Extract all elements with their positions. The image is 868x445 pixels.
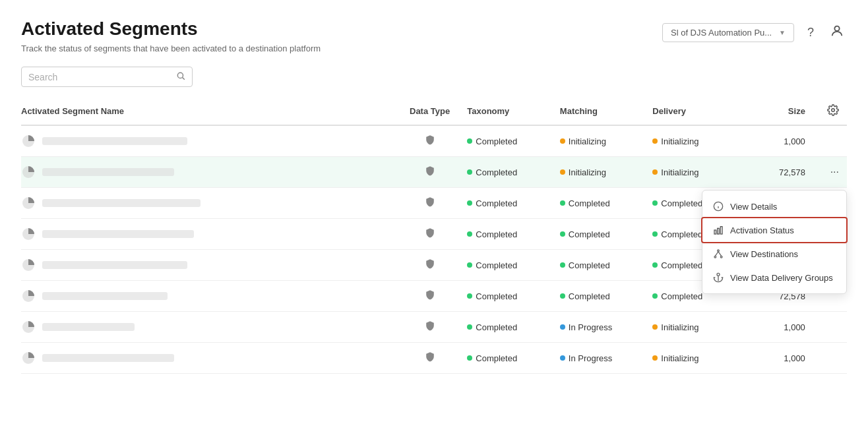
help-icon: ?	[807, 26, 814, 39]
menu-item-view-destinations[interactable]: View Destinations	[702, 242, 846, 266]
menu-item-view-details[interactable]: View Details	[702, 194, 846, 218]
segment-name-blurred	[42, 137, 187, 145]
help-button[interactable]: ?	[805, 23, 817, 42]
taxonomy-status: Completed	[467, 322, 544, 332]
shield-icon	[425, 134, 435, 146]
table-row[interactable]: Completed Initializing Initializing 1,00…	[21, 125, 847, 157]
table-row[interactable]: Completed In Progress Initializing 1,000	[21, 343, 847, 374]
col-header-name: Activated Segment Name	[21, 98, 400, 125]
workspace-dropdown[interactable]: Sl of DJS Automation Pu... ▼	[662, 23, 794, 42]
status-dot	[652, 231, 658, 237]
status-dot	[467, 200, 472, 206]
info-icon	[713, 201, 724, 212]
status-dot	[560, 231, 565, 237]
taxonomy-status: Completed	[467, 260, 544, 270]
segment-name-blurred	[42, 261, 187, 269]
segment-name-blurred	[42, 323, 135, 331]
shield-icon	[425, 351, 435, 363]
status-dot	[652, 293, 658, 299]
table-container: Activated Segment Name Data Type Taxonom…	[0, 98, 868, 374]
destinations-icon	[713, 249, 724, 259]
shield-icon	[425, 320, 435, 332]
context-menu: View Details Activation Status View Dest…	[702, 190, 847, 294]
col-header-datatype: Data Type	[400, 98, 459, 125]
table-row[interactable]: Completed Initializing Initializing 72,5…	[21, 157, 847, 188]
menu-item-view-data-delivery[interactable]: View Data Delivery Groups	[702, 266, 846, 289]
search-input[interactable]	[28, 72, 171, 82]
segment-name-blurred	[42, 199, 201, 207]
delivery-status: Initializing	[652, 322, 729, 332]
user-profile-button[interactable]	[827, 21, 847, 44]
segment-icon	[21, 258, 36, 272]
page-title: Activated Segments	[21, 18, 321, 40]
page-title-area: Activated Segments Track the status of s…	[21, 18, 321, 53]
row-actions-cell[interactable]: ···	[813, 157, 847, 188]
menu-item-activation-status[interactable]: Activation Status	[702, 218, 846, 242]
segment-icon	[21, 320, 36, 334]
segment-name-blurred	[42, 354, 174, 362]
search-box[interactable]	[21, 67, 193, 87]
svg-rect-17	[720, 227, 722, 234]
status-dot	[560, 169, 565, 175]
table-row[interactable]: Completed In Progress Initializing 1,000	[21, 312, 847, 343]
more-options-icon[interactable]: ···	[830, 166, 839, 177]
status-dot	[652, 200, 658, 206]
header-controls: Sl of DJS Automation Pu... ▼ ?	[662, 21, 847, 44]
size-cell: 1,000	[737, 312, 813, 343]
menu-item-label: View Destinations	[730, 249, 798, 259]
matching-status: Initializing	[560, 167, 637, 177]
svg-point-0	[834, 26, 839, 31]
shield-icon	[425, 289, 435, 301]
segment-icon	[21, 289, 36, 303]
matching-status: Completed	[560, 229, 637, 239]
size-cell: 72,578	[737, 157, 813, 188]
status-dot	[467, 324, 472, 330]
delivery-status: Initializing	[652, 167, 729, 177]
status-dot	[560, 262, 565, 268]
col-header-matching: Matching	[552, 98, 645, 125]
segment-icon	[21, 351, 36, 365]
status-dot	[467, 262, 472, 268]
col-header-taxonomy: Taxonomy	[459, 98, 552, 125]
status-dot	[467, 169, 472, 175]
status-dot	[467, 231, 472, 237]
svg-point-20	[720, 256, 722, 258]
status-dot	[652, 169, 658, 175]
status-dot	[560, 293, 565, 299]
shield-icon	[425, 196, 435, 208]
matching-status: Initializing	[560, 136, 637, 146]
status-dot	[560, 355, 565, 361]
svg-rect-16	[718, 228, 720, 234]
menu-item-label: Activation Status	[730, 225, 794, 235]
data-type-cell	[400, 219, 459, 250]
shield-icon	[425, 165, 435, 177]
matching-status: In Progress	[560, 353, 637, 363]
svg-point-3	[832, 109, 835, 112]
status-dot	[467, 355, 472, 361]
chevron-down-icon: ▼	[779, 29, 786, 36]
anchor-icon	[713, 272, 724, 283]
segment-name-cell	[21, 258, 392, 272]
status-dot	[560, 200, 565, 206]
segment-name-cell	[21, 134, 392, 148]
col-header-settings[interactable]	[813, 98, 847, 125]
svg-line-21	[715, 252, 718, 256]
size-cell: 1,000	[737, 125, 813, 157]
taxonomy-status: Completed	[467, 136, 544, 146]
matching-status: Completed	[560, 291, 637, 301]
data-type-cell	[400, 157, 459, 188]
segment-name-blurred	[42, 168, 174, 176]
row-actions-cell	[813, 125, 847, 157]
segment-name-cell	[21, 289, 392, 303]
segment-name-cell	[21, 196, 392, 210]
segment-icon	[21, 134, 36, 148]
status-dot	[560, 138, 565, 144]
shield-icon	[425, 227, 435, 239]
data-type-cell	[400, 343, 459, 374]
row-actions-cell	[813, 312, 847, 343]
segment-name-cell	[21, 351, 392, 365]
segment-name-cell	[21, 227, 392, 241]
segment-icon	[21, 165, 36, 179]
bar-chart-icon	[713, 225, 724, 235]
status-dot	[652, 355, 658, 361]
